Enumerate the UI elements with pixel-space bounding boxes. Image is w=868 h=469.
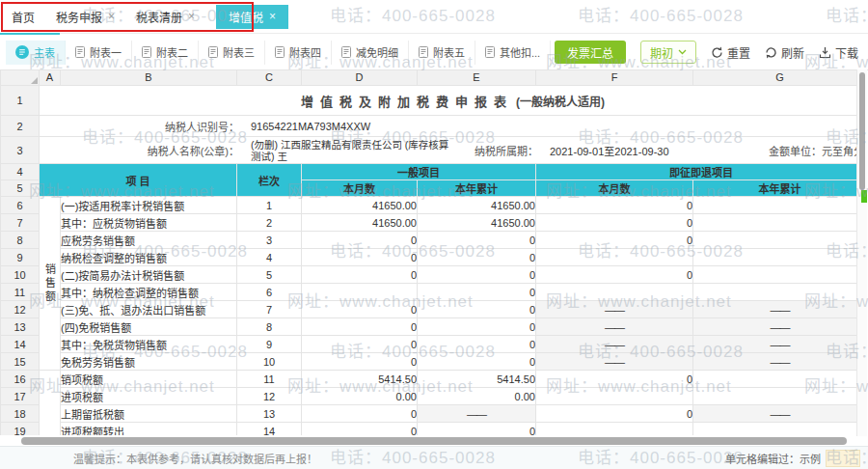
value-cell[interactable]: —— bbox=[693, 405, 859, 423]
column-no-cell[interactable]: 6 bbox=[237, 284, 302, 301]
row-header-5[interactable]: 5 bbox=[1, 180, 40, 197]
taxpayer-name-row[interactable]: 纳税人名称(公章)：(勿删) 江西服宝精品有限责任公司 (库存核算测试) 王纳税… bbox=[40, 137, 859, 164]
column-no-cell[interactable]: 13 bbox=[237, 405, 302, 423]
value-cell[interactable]: 41650.00 bbox=[418, 214, 536, 232]
column-no-cell[interactable]: 7 bbox=[237, 301, 302, 318]
value-cell[interactable]: 0 bbox=[418, 353, 536, 371]
window-tab-首页[interactable]: 首页 bbox=[12, 9, 35, 25]
subtab-减免明细[interactable]: 减免明细 bbox=[332, 41, 409, 65]
subtab-附表二[interactable]: 附表二 bbox=[132, 41, 199, 65]
row-label-cell[interactable]: 进项税额转出 bbox=[61, 423, 237, 436]
value-cell[interactable] bbox=[536, 284, 693, 301]
value-cell[interactable]: 0 bbox=[302, 423, 418, 436]
select-all-corner[interactable] bbox=[1, 70, 40, 86]
column-header-E[interactable]: E bbox=[418, 70, 536, 86]
value-cell[interactable]: 5414.50 bbox=[302, 371, 418, 388]
value-cell[interactable]: 0 bbox=[693, 214, 859, 232]
row-label-cell[interactable]: 上期留抵税额 bbox=[61, 405, 237, 423]
row-label-cell[interactable]: 其中：免税货物销售额 bbox=[61, 336, 237, 353]
row-header-19[interactable]: 19 bbox=[1, 423, 40, 436]
column-no-cell[interactable]: 10 bbox=[237, 353, 302, 371]
value-cell[interactable]: 0 bbox=[693, 423, 859, 436]
row-label-cell[interactable]: (二)按简易办法计税销售额 bbox=[61, 266, 237, 284]
subtab-其他扣...[interactable]: 其他扣... bbox=[475, 41, 551, 65]
column-no-cell[interactable]: 8 bbox=[237, 318, 302, 336]
row-header-1[interactable]: 1 bbox=[1, 86, 40, 116]
column-no-cell[interactable]: 3 bbox=[237, 232, 302, 249]
close-icon[interactable]: × bbox=[188, 11, 195, 22]
value-cell[interactable]: 0 bbox=[418, 423, 536, 436]
value-cell[interactable]: 41650.00 bbox=[302, 214, 418, 232]
value-cell[interactable]: 0 bbox=[418, 284, 536, 301]
value-cell[interactable] bbox=[302, 284, 418, 301]
row-header-10[interactable]: 10 bbox=[1, 266, 40, 284]
value-cell[interactable]: —— bbox=[536, 301, 693, 318]
value-cell[interactable]: 41650.00 bbox=[418, 197, 536, 214]
column-no-cell[interactable]: 11 bbox=[237, 371, 302, 388]
value-cell[interactable]: 0 bbox=[536, 371, 693, 388]
row-header-8[interactable]: 8 bbox=[1, 232, 40, 249]
column-no-cell[interactable]: 5 bbox=[237, 266, 302, 284]
row-header-6[interactable]: 6 bbox=[1, 197, 40, 214]
row-header-3[interactable]: 3 bbox=[1, 137, 40, 164]
value-cell[interactable]: 0 bbox=[693, 232, 859, 249]
column-no-cell[interactable]: 4 bbox=[237, 249, 302, 266]
row-label-cell[interactable]: 免税劳务销售额 bbox=[61, 353, 237, 371]
download-button[interactable]: 下载 bbox=[819, 44, 858, 61]
value-cell[interactable]: 0.00 bbox=[418, 388, 536, 405]
column-header-C[interactable]: C bbox=[237, 70, 302, 86]
value-cell[interactable]: 0 bbox=[302, 318, 418, 336]
reset-button[interactable]: 重置 bbox=[711, 44, 750, 61]
row-label-cell[interactable]: 纳税检查调整的销售额 bbox=[61, 249, 237, 266]
vertical-scrollbar-thumb[interactable] bbox=[859, 72, 865, 190]
value-cell[interactable]: —— bbox=[693, 301, 859, 318]
window-tab-税务申报[interactable]: 税务申报× bbox=[56, 9, 115, 25]
row-header-2[interactable]: 2 bbox=[1, 116, 40, 137]
value-cell[interactable]: 0 bbox=[693, 249, 859, 266]
row-header-16[interactable]: 16 bbox=[1, 371, 40, 388]
value-cell[interactable]: 5414.50 bbox=[418, 371, 536, 388]
row-label-cell[interactable]: (三)免、抵、退办法出口销售额 bbox=[61, 301, 237, 318]
row-label-cell[interactable]: 进项税额 bbox=[61, 388, 237, 405]
value-cell[interactable]: 0 bbox=[302, 232, 418, 249]
subtab-附表三[interactable]: 附表三 bbox=[199, 41, 265, 65]
row-header-18[interactable]: 18 bbox=[1, 405, 40, 423]
row-header-12[interactable]: 12 bbox=[1, 301, 40, 318]
value-cell[interactable]: 0 bbox=[418, 232, 536, 249]
value-cell[interactable]: 0.00 bbox=[302, 388, 418, 405]
value-cell[interactable]: 0 bbox=[418, 266, 536, 284]
value-cell[interactable]: —— bbox=[693, 336, 859, 353]
period-dropdown[interactable]: 期初 bbox=[640, 41, 696, 64]
close-icon[interactable]: × bbox=[108, 11, 115, 22]
row-header-15[interactable]: 15 bbox=[1, 353, 40, 371]
column-header-D[interactable]: D bbox=[302, 70, 418, 86]
value-cell[interactable]: 0 bbox=[302, 405, 418, 423]
invoice-summary-button[interactable]: 发票汇总 bbox=[555, 41, 626, 64]
value-cell[interactable]: 0 bbox=[536, 197, 693, 214]
value-cell[interactable]: 0 bbox=[536, 405, 693, 423]
value-cell[interactable]: 0 bbox=[418, 336, 536, 353]
value-cell[interactable]: 0 bbox=[418, 301, 536, 318]
window-tab-增值税[interactable]: 增值税× bbox=[216, 5, 288, 29]
value-cell[interactable]: 0 bbox=[302, 249, 418, 266]
vertical-scrollbar[interactable] bbox=[856, 69, 867, 436]
row-header-13[interactable]: 13 bbox=[1, 318, 40, 336]
row-header-14[interactable]: 14 bbox=[1, 336, 40, 353]
value-cell[interactable]: 0 bbox=[302, 336, 418, 353]
value-cell[interactable]: 0 bbox=[693, 388, 859, 405]
value-cell[interactable] bbox=[536, 388, 693, 405]
value-cell[interactable]: 0 bbox=[693, 284, 859, 301]
row-header-7[interactable]: 7 bbox=[1, 214, 40, 232]
taxpayer-id-row[interactable]: 纳税人识别号：91654221MA793M4XXW bbox=[40, 116, 859, 137]
value-cell[interactable]: 0 bbox=[302, 266, 418, 284]
close-icon[interactable]: × bbox=[269, 11, 276, 22]
subtab-主表[interactable]: 主表 bbox=[6, 41, 66, 65]
value-cell[interactable]: 0 bbox=[536, 232, 693, 249]
subtab-附表四[interactable]: 附表四 bbox=[265, 41, 332, 65]
value-cell[interactable]: —— bbox=[418, 405, 536, 423]
value-cell[interactable] bbox=[536, 423, 693, 436]
value-cell[interactable]: 41650.00 bbox=[302, 197, 418, 214]
row-label-cell[interactable]: 其中：应税货物销售额 bbox=[61, 214, 237, 232]
column-no-cell[interactable]: 14 bbox=[237, 423, 302, 436]
column-no-cell[interactable]: 9 bbox=[237, 336, 302, 353]
